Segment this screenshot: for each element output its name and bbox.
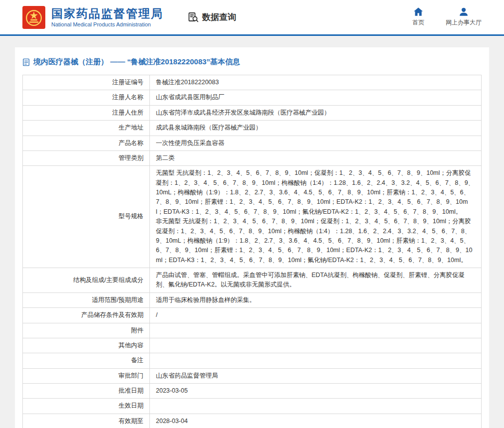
table-row-product-name: 产品名称 一次性使用负压采血容器 <box>23 136 482 150</box>
table-row-intended-use: 适用范围/预期用途 适用于临床检验用静脉血样的采集。 <box>23 292 482 307</box>
registration-info-table: 注册证编号 鲁械注准20182220083 注册人名称 山东省成武县医用制品厂 … <box>22 75 482 428</box>
table-row-registrant-name: 注册人名称 山东省成武县医用制品厂 <box>23 90 482 105</box>
page-title: 境内医疗器械（注册） —— “鲁械注准20182220083”基本信息 <box>22 57 482 67</box>
home-icon <box>414 7 423 16</box>
table-row-storage-validity: 产品储存条件及有效期 / <box>23 308 482 323</box>
row-value: 成武县泉城路南段（医疗器械产业园） <box>150 121 482 136</box>
national-emblem-icon <box>22 6 45 29</box>
row-value: 适用于临床检验用静脉血样的采集。 <box>150 292 482 307</box>
main-content: 境内医疗器械（注册） —— “鲁械注准20182220083”基本信息 注册证编… <box>0 36 504 428</box>
row-label: 结构及组成/主要组成成分 <box>23 268 150 293</box>
row-label: 注册人住所 <box>23 105 150 120</box>
row-value: / <box>150 308 482 323</box>
row-label: 生产地址 <box>23 121 150 136</box>
row-label: 备注 <box>23 353 150 368</box>
nav-data-query[interactable]: 数据查询 <box>187 11 236 23</box>
row-value <box>150 353 482 368</box>
row-value <box>150 323 482 338</box>
row-label: 审批部门 <box>23 368 150 383</box>
table-row-other-content: 其他内容 <box>23 338 482 353</box>
table-row-expiry-date: 有效期至 2028-03-04 <box>23 414 482 428</box>
row-label: 管理类别 <box>23 150 150 165</box>
table-row-production-address: 生产地址 成武县泉城路南段（医疗器械产业园） <box>23 121 482 136</box>
nav-data-query-label: 数据查询 <box>202 11 236 23</box>
table-row-attachment: 附件 <box>23 323 482 338</box>
nav-service-hall[interactable]: 网上办事大厅 <box>446 7 482 27</box>
nav-home[interactable]: 首页 <box>406 7 431 27</box>
agency-name-en: National Medical Products Administration <box>51 21 163 27</box>
row-label: 附件 <box>23 323 150 338</box>
table-row-reg-number: 注册证编号 鲁械注准20182220083 <box>23 75 482 90</box>
row-value: 一次性使用负压采血容器 <box>150 136 482 150</box>
row-label: 型号规格 <box>23 166 150 268</box>
row-value <box>150 338 482 353</box>
document-search-icon <box>187 11 199 23</box>
table-row-structure-composition: 结构及组成/主要组成成分 产品由试管、管塞、管帽组成。采血管中可添加肝素钠、ED… <box>23 268 482 293</box>
table-row-model-spec: 型号规格 无菌型 无抗凝剂：1、2、3、4、5、6、7、8、9、10ml；促凝剂… <box>23 166 482 268</box>
nav-home-label: 首页 <box>412 18 424 27</box>
table-row-approval-department: 审批部门 山东省药品监督管理局 <box>23 368 482 383</box>
table-row-remarks: 备注 <box>23 353 482 368</box>
detail-card: 境内医疗器械（注册） —— “鲁械注准20182220083”基本信息 注册证编… <box>15 47 489 428</box>
table-row-management-class: 管理类别 第二类 <box>23 150 482 165</box>
row-label: 产品名称 <box>23 136 150 150</box>
user-icon <box>459 7 468 16</box>
row-value: 2028-03-04 <box>150 414 482 428</box>
row-value: 山东省药品监督管理局 <box>150 368 482 383</box>
row-label: 其他内容 <box>23 338 150 353</box>
row-label: 批准日期 <box>23 384 150 399</box>
row-value: 2023-03-05 <box>150 384 482 399</box>
row-label: 产品储存条件及有效期 <box>23 308 150 323</box>
page-title-text: 境内医疗器械（注册） —— “鲁械注准20182220083”基本信息 <box>33 57 240 67</box>
row-value: 无菌型 无抗凝剂：1、2、3、4、5、6、7、8、9、10ml；促凝剂：1、2、… <box>150 166 482 268</box>
row-label: 适用范围/预期用途 <box>23 292 150 307</box>
site-header: 国家药品监督管理局 National Medical Products Admi… <box>0 0 504 36</box>
row-value: 第二类 <box>150 150 482 165</box>
table-row-effective-date: 生效日期 <box>23 399 482 414</box>
table-row-registrant-address: 注册人住所 山东省菏泽市成武县经济开发区泉城路南段（医疗器械产业园） <box>23 105 482 120</box>
row-label: 注册人名称 <box>23 90 150 105</box>
table-row-approval-date: 批准日期 2023-03-05 <box>23 384 482 399</box>
row-label: 注册证编号 <box>23 75 150 90</box>
row-value: 山东省菏泽市成武县经济开发区泉城路南段（医疗器械产业园） <box>150 105 482 120</box>
agency-name-cn: 国家药品监督管理局 <box>51 7 163 20</box>
row-label: 有效期至 <box>23 414 150 428</box>
row-value: 产品由试管、管塞、管帽组成。采血管中可添加肝素钠、EDTA抗凝剂、枸橼酸钠、促凝… <box>150 268 482 293</box>
document-icon <box>22 58 30 66</box>
nav-service-hall-label: 网上办事大厅 <box>446 18 482 27</box>
row-value: 鲁械注准20182220083 <box>150 75 482 90</box>
row-value <box>150 399 482 414</box>
row-label: 生效日期 <box>23 399 150 414</box>
row-value: 山东省成武县医用制品厂 <box>150 90 482 105</box>
agency-brand-link[interactable]: 国家药品监督管理局 National Medical Products Admi… <box>22 6 163 29</box>
